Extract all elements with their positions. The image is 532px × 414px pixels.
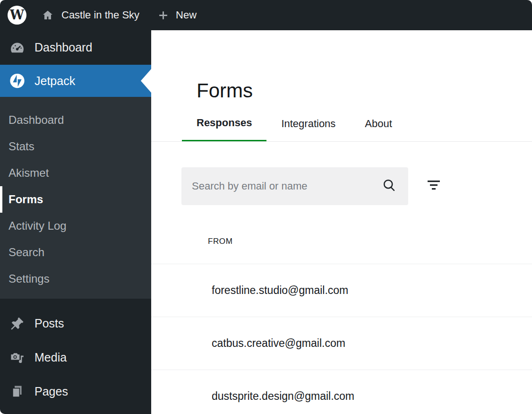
submenu-item-stats[interactable]: Stats [0,133,151,160]
submenu-item-dashboard[interactable]: Dashboard [0,107,151,133]
sidebar-item-label: Jetpack [34,74,75,88]
magnifier-icon [382,178,397,195]
admin-sidebar: Dashboard Jetpack Dashboard Stats Akisme… [0,30,151,414]
submenu-item-search[interactable]: Search [0,239,151,266]
camera-note-icon [9,350,25,365]
table-row[interactable]: dustsprite.design@gmail.com [151,370,532,414]
tab-divider [151,141,532,142]
tab-bar: Responses Integrations About [182,106,407,142]
page-title: Forms [197,78,253,103]
search-input[interactable] [181,167,408,205]
plus-icon[interactable] [157,9,169,21]
column-header-from: FROM [208,237,232,246]
sidebar-item-media[interactable]: Media [0,340,151,374]
table-row[interactable]: forestline.studio@gmail.com [151,264,532,317]
sidebar-item-jetpack[interactable]: Jetpack [0,65,151,97]
sidebar-item-pages[interactable]: Pages [0,374,151,408]
search-box [181,167,408,205]
tab-about[interactable]: About [350,106,407,142]
tab-integrations[interactable]: Integrations [266,106,350,142]
tab-responses[interactable]: Responses [182,106,266,142]
wordpress-admin-window: W Castle in the Sky New [0,0,532,414]
responses-table: forestline.studio@gmail.com catbus.creat… [151,264,532,414]
sidebar-bottom-group: Posts Media [0,299,151,408]
submenu-item-settings[interactable]: Settings [0,266,151,292]
sidebar-item-label: Media [34,351,67,364]
response-email: forestline.studio@gmail.com [212,284,348,297]
wordpress-logo-w: W [10,9,24,21]
submenu-item-akismet[interactable]: Akismet [0,160,151,186]
wordpress-logo[interactable]: W [8,6,26,25]
sidebar-item-label: Posts [34,317,64,330]
jetpack-bolt-icon [9,73,25,89]
home-icon[interactable] [42,9,54,21]
sidebar-item-dashboard[interactable]: Dashboard [0,30,151,65]
jetpack-submenu: Dashboard Stats Akismet Forms Activity L… [0,97,151,299]
forms-panel: Forms Responses Integrations About [151,30,532,414]
filter-lines-icon [426,178,442,194]
table-row[interactable]: catbus.creative@gmail.com [151,317,532,370]
site-name-link[interactable]: Castle in the Sky [61,9,139,21]
sidebar-item-label: Dashboard [34,41,92,54]
response-email: dustsprite.design@gmail.com [212,390,354,403]
pushpin-icon [9,316,25,331]
gauge-icon [9,40,25,55]
admin-bar: W Castle in the Sky New [0,0,532,30]
sidebar-item-label: Pages [34,385,68,398]
submenu-item-forms[interactable]: Forms [0,186,151,213]
new-button[interactable]: New [176,9,197,21]
response-email: catbus.creative@gmail.com [212,337,345,350]
filter-button[interactable] [424,177,443,196]
submenu-item-activity-log[interactable]: Activity Log [0,213,151,239]
stacked-pages-icon [9,384,25,399]
sidebar-item-posts[interactable]: Posts [0,306,151,340]
